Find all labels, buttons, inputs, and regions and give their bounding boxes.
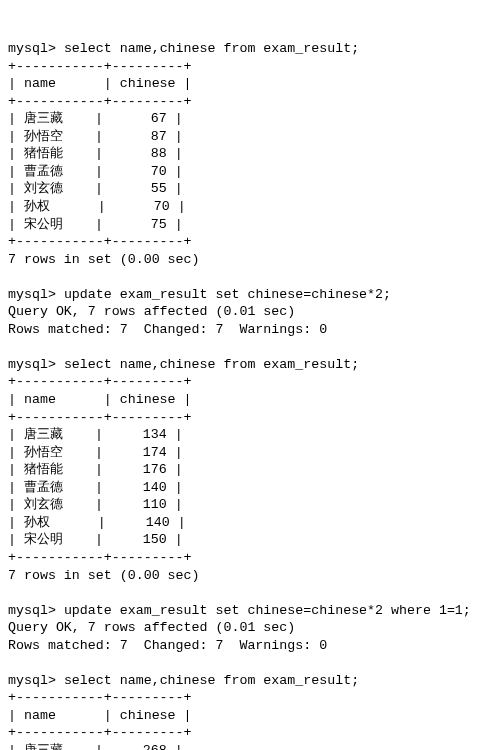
prompt: mysql> <box>8 41 56 56</box>
result-footer: 7 rows in set (0.00 sec) <box>8 568 200 583</box>
table-row: | 孙悟空 | 87 | <box>8 129 183 144</box>
table-row: | 曹孟德 | 140 | <box>8 480 183 495</box>
table-row: | 孙权 | 70 | <box>8 199 186 214</box>
result-footer: 7 rows in set (0.00 sec) <box>8 252 200 267</box>
prompt: mysql> <box>8 287 56 302</box>
table-border: +-----------+---------+ <box>8 690 192 705</box>
query-response: Rows matched: 7 Changed: 7 Warnings: 0 <box>8 322 327 337</box>
sql-query: update exam_result set chinese=chinese*2… <box>64 287 391 302</box>
query-response: Rows matched: 7 Changed: 7 Warnings: 0 <box>8 638 327 653</box>
table-border: +-----------+---------+ <box>8 94 192 109</box>
table-header: | name | chinese | <box>8 392 192 407</box>
table-row: | 刘玄德 | 55 | <box>8 181 183 196</box>
table-border: +-----------+---------+ <box>8 234 192 249</box>
sql-query: select name,chinese from exam_result; <box>64 41 359 56</box>
table-row: | 曹孟德 | 70 | <box>8 164 183 179</box>
sql-query: select name,chinese from exam_result; <box>64 357 359 372</box>
table-border: +-----------+---------+ <box>8 374 192 389</box>
sql-query: update exam_result set chinese=chinese*2… <box>64 603 471 618</box>
table-row: | 宋公明 | 150 | <box>8 532 183 547</box>
table-row: | 猪悟能 | 88 | <box>8 146 183 161</box>
query-response: Query OK, 7 rows affected (0.01 sec) <box>8 304 295 319</box>
terminal-output: mysql> select name,chinese from exam_res… <box>8 40 492 750</box>
table-border: +-----------+---------+ <box>8 550 192 565</box>
prompt: mysql> <box>8 357 56 372</box>
table-row: | 唐三藏 | 268 | <box>8 743 183 750</box>
table-row: | 唐三藏 | 67 | <box>8 111 183 126</box>
table-header: | name | chinese | <box>8 708 192 723</box>
table-border: +-----------+---------+ <box>8 725 192 740</box>
prompt: mysql> <box>8 673 56 688</box>
table-row: | 孙悟空 | 174 | <box>8 445 183 460</box>
table-row: | 宋公明 | 75 | <box>8 217 183 232</box>
sql-query: select name,chinese from exam_result; <box>64 673 359 688</box>
table-row: | 猪悟能 | 176 | <box>8 462 183 477</box>
query-response: Query OK, 7 rows affected (0.01 sec) <box>8 620 295 635</box>
table-row: | 唐三藏 | 134 | <box>8 427 183 442</box>
table-header: | name | chinese | <box>8 76 192 91</box>
table-border: +-----------+---------+ <box>8 59 192 74</box>
table-row: | 刘玄德 | 110 | <box>8 497 183 512</box>
table-row: | 孙权 | 140 | <box>8 515 186 530</box>
prompt: mysql> <box>8 603 56 618</box>
table-border: +-----------+---------+ <box>8 410 192 425</box>
